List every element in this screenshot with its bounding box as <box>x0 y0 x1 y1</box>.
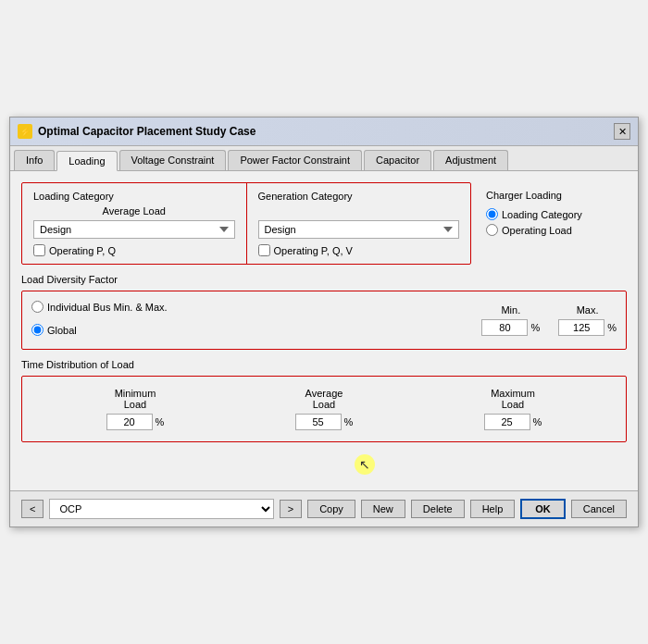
generation-category-section: Generation Category Design Operating P, … <box>247 183 471 264</box>
cursor-indicator: ↖ <box>355 454 375 475</box>
main-content: Loading Category Average Load Design Ope… <box>10 171 638 490</box>
ok-button[interactable]: OK <box>520 499 566 519</box>
load-diversity-radio-col: Individual Bus Min. & Max. Global <box>31 301 168 340</box>
min-group: Min. % <box>481 304 540 336</box>
charger-loading-section: Charger Loading Loading Category Operati… <box>479 182 627 265</box>
time-distribution-section: Time Distribution of Load MinimumLoad % … <box>21 359 627 479</box>
max-load-label: MaximumLoad <box>491 388 535 410</box>
load-diversity-box: Individual Bus Min. & Max. Global Min. % <box>21 291 627 350</box>
max-label: Max. <box>577 304 599 316</box>
loading-category-radio-row: Loading Category <box>486 208 619 220</box>
cursor-area: ↖ <box>21 442 627 479</box>
next-button[interactable]: > <box>280 500 302 518</box>
operating-load-radio-label: Operating Load <box>502 225 572 236</box>
min-percent: % <box>530 322 540 333</box>
top-row: Loading Category Average Load Design Ope… <box>21 182 627 265</box>
max-load-col: MaximumLoad % <box>484 388 542 430</box>
operating-pqv-label: Operating P, Q, V <box>274 245 353 256</box>
min-label: Min. <box>501 304 520 316</box>
tab-bar: Info Loading Voltage Constraint Power Fa… <box>10 146 638 171</box>
avg-load-col: AverageLoad % <box>295 388 354 430</box>
max-input[interactable] <box>558 319 604 336</box>
loading-category-dropdown[interactable]: Design <box>33 220 235 239</box>
global-radio[interactable] <box>31 324 44 336</box>
min-load-input[interactable] <box>106 414 153 430</box>
help-button[interactable]: Help <box>470 500 516 518</box>
operating-load-radio-row: Operating Load <box>486 224 619 236</box>
max-group: Max. % <box>558 304 617 336</box>
operating-load-radio[interactable] <box>486 224 498 236</box>
tab-info[interactable]: Info <box>14 150 55 170</box>
tab-capacitor[interactable]: Capacitor <box>364 150 431 170</box>
charger-loading-title: Charger Loading <box>486 190 619 201</box>
loading-category-radio-label: Loading Category <box>502 209 582 220</box>
loading-category-section: Loading Category Average Load Design Ope… <box>22 183 247 264</box>
app-icon: ⚡ <box>18 124 32 139</box>
avg-load-label: Average Load <box>33 205 235 217</box>
min-max-section: Min. % Max. % <box>481 304 617 336</box>
prev-button[interactable]: < <box>21 500 44 518</box>
ocp-dropdown[interactable]: OCP <box>49 499 273 519</box>
operating-pqv-row: Operating P, Q, V <box>258 244 460 256</box>
global-label: Global <box>47 325 77 336</box>
loading-gen-box: Loading Category Average Load Design Ope… <box>21 182 471 265</box>
min-input[interactable] <box>481 319 528 336</box>
operating-pqv-checkbox[interactable] <box>258 244 270 256</box>
avg-load-col-label: AverageLoad <box>305 388 343 410</box>
individual-bus-label: Individual Bus Min. & Max. <box>47 302 168 313</box>
max-load-input[interactable] <box>484 414 530 430</box>
operating-pq-checkbox[interactable] <box>33 244 45 256</box>
tab-loading[interactable]: Loading <box>56 151 117 171</box>
bottom-bar: < OCP > Copy New Delete Help OK Cancel <box>10 490 638 526</box>
cancel-button[interactable]: Cancel <box>571 500 627 518</box>
load-diversity-title: Load Diversity Factor <box>21 274 627 285</box>
global-radio-row: Global <box>31 324 168 336</box>
time-distribution-title: Time Distribution of Load <box>21 359 627 370</box>
cursor-arrow-icon: ↖ <box>359 457 370 472</box>
operating-pq-row: Operating P, Q <box>33 244 235 256</box>
window-title: Optimal Capacitor Placement Study Case <box>38 125 255 138</box>
tab-voltage-constraint[interactable]: Voltage Constraint <box>119 150 227 170</box>
loading-category-radio[interactable] <box>486 208 498 220</box>
max-load-percent: % <box>533 416 542 427</box>
delete-button[interactable]: Delete <box>411 500 465 518</box>
avg-load-input[interactable] <box>295 414 342 430</box>
copy-button[interactable]: Copy <box>307 500 355 518</box>
title-bar: ⚡ Optimal Capacitor Placement Study Case… <box>10 118 638 146</box>
generation-category-title: Generation Category <box>258 191 460 202</box>
min-load-label: MinimumLoad <box>115 388 156 410</box>
min-load-col: MinimumLoad % <box>106 388 165 430</box>
load-diversity-section: Load Diversity Factor Individual Bus Min… <box>21 274 627 350</box>
generation-category-dropdown[interactable]: Design <box>258 220 460 239</box>
min-load-percent: % <box>156 416 165 427</box>
time-distribution-box: MinimumLoad % AverageLoad % Maxi <box>21 376 627 442</box>
loading-category-title: Loading Category <box>33 191 235 202</box>
close-button[interactable]: ✕ <box>614 123 630 140</box>
max-percent: % <box>607 322 617 333</box>
individual-bus-radio-row: Individual Bus Min. & Max. <box>31 301 168 313</box>
tab-power-factor[interactable]: Power Factor Constraint <box>228 150 362 170</box>
new-button[interactable]: New <box>361 500 405 518</box>
main-window: ⚡ Optimal Capacitor Placement Study Case… <box>9 117 639 527</box>
tab-adjustment[interactable]: Adjustment <box>433 150 508 170</box>
operating-pq-label: Operating P, Q <box>49 245 116 256</box>
avg-load-percent: % <box>344 416 354 427</box>
individual-bus-radio[interactable] <box>31 301 44 313</box>
